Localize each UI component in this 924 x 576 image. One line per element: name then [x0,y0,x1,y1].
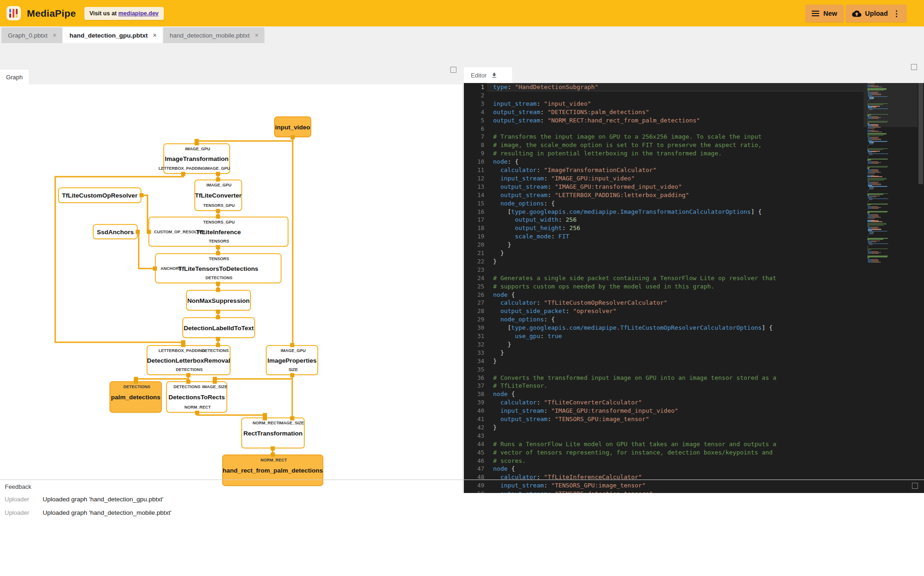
graph-node-DetectionsToRects[interactable]: DETECTIONSIMAGE_SIZENORM_RECTDetectionsT… [166,381,227,413]
graph-node-ImageTransformation[interactable]: IMAGE_GPULETTERBOX_PADDINGIMAGE_GPUImage… [163,143,230,174]
port-label-image_gpu: IMAGE_GPU [185,147,210,151]
code-token: : [544,407,552,414]
scrollbar-thumb[interactable] [918,83,923,184]
code-token: : [551,233,558,240]
node-title: SsdAnchors [97,228,134,235]
minimap-seg [873,152,876,152]
graph-node-input_video[interactable]: input_video [274,116,311,137]
minimap-line [868,111,868,112]
line-number: 45 [464,448,484,457]
graph-node-hand_rect_from_palm_detections[interactable]: NORM_RECThand_rect_from_palm_detections [222,454,323,486]
minimap-line [867,256,887,257]
minimap-line [868,191,868,191]
line-number: 35 [464,365,484,374]
tab-editor[interactable]: Editor [464,67,512,83]
file-tab-Graph_0.pbtxt[interactable]: Graph_0.pbtxt× [1,27,62,43]
code-line: # scores. [493,457,526,465]
minimap-seg [868,111,868,112]
download-icon[interactable] [491,72,498,79]
minimap-line [867,221,882,222]
graph-node-DetectionLetterboxRemoval[interactable]: LETTERBOX_PADDINGDETECTIONSDETECTIONSDet… [147,345,231,375]
graph-node-TfLiteTensorsToDetections[interactable]: TENSORSDETECTIONSANCHORSTfLiteTensorsToD… [155,253,282,283]
graph-node-RectTransformation[interactable]: NORM_RECTIMAGE_SIZERectTransformation [241,417,305,448]
minimap-line [867,119,868,120]
minimap-seg [867,164,868,165]
code-token: calculator [500,299,537,306]
minimap-line [867,122,887,122]
code-token: TfLiteCustomOpResolverCalculatorOptions [620,324,762,331]
minimap-seg [867,194,883,194]
minimap-seg [872,185,882,185]
code-editor[interactable]: 1234567891011121314151617181920212223242… [464,83,924,504]
code-line: # Generates a single side packet contain… [493,274,776,282]
upload-button[interactable]: Upload ⋮ [846,5,907,22]
minimap-line [868,246,868,247]
line-number: 49 [464,481,484,490]
minimap-line [868,245,869,246]
minimap[interactable] [864,83,918,504]
editor-scrollbar[interactable] [918,83,924,504]
graph-node-ImageProperties[interactable]: IMAGE_GPUSIZEImageProperties [266,345,318,375]
tab-graph[interactable]: Graph [0,70,29,84]
file-tab-hand_detection_mobile.pbtxt[interactable]: hand_detection_mobile.pbtxt× [163,27,264,43]
code-token: ImageTransformationCalculatorOptions [620,208,751,215]
minimap-seg [872,253,879,254]
code-token: } [493,358,497,365]
line-number: 18 [464,224,484,232]
graph-node-TfLiteConverter[interactable]: IMAGE_GPUTENSORS_GPUTfLiteConverter [194,179,242,211]
line-number: 28 [464,307,484,315]
minimap-line [867,209,868,210]
code-token: # resulting in potential letterboxing in… [493,150,722,157]
minimap-line [867,254,868,255]
minimap-seg [867,237,868,237]
expand-graph-icon[interactable] [450,67,456,73]
minimap-seg [873,197,876,197]
code-token: "IMAGE_GPU:input_video" [551,175,635,182]
minimap-seg [877,141,886,141]
more-options-icon[interactable]: ⋮ [892,10,900,18]
app-title: MediaPipe [27,8,76,19]
code-token: node [493,291,507,298]
node-title: palm_detections [111,394,160,401]
close-tab-icon[interactable]: × [53,32,57,39]
graph-node-DetectionLabelIdToText[interactable]: DetectionLabelIdToText [182,317,255,338]
code-line: output_side_packet: "opresolver" [493,307,616,315]
node-title: TfLiteTensorsToDetections [178,265,258,272]
mediapipe-dev-link[interactable]: mediapipe.dev [118,10,159,17]
graph-node-palm_detections[interactable]: DETECTIONSpalm_detections [109,381,162,413]
code-line: } [493,423,497,432]
expand-editor-icon[interactable] [911,64,917,70]
minimap-seg [873,141,877,141]
close-tab-icon[interactable]: × [153,32,157,39]
code-line: input_stream: "IMAGE_GPU:transformed_inp… [493,407,678,415]
line-number: 48 [464,473,484,481]
graph-node-TfLiteCustomOpResolver[interactable]: TfLiteCustomOpResolver [58,187,141,203]
code-token: . [616,324,620,331]
graph-node-SsdAnchors[interactable]: SsdAnchors [93,224,138,239]
new-button[interactable]: New [805,5,844,22]
tab-feedback[interactable]: Feedback [1,480,35,493]
file-tab-hand_detection_gpu.pbtxt[interactable]: hand_detection_gpu.pbtxt× [63,27,162,43]
code-token: : [562,224,570,231]
line-number: 3 [464,100,484,108]
code-token: type [511,324,526,331]
line-number: 10 [464,158,484,166]
graph-canvas[interactable]: input_videoIMAGE_GPULETTERBOX_PADDINGIMA… [0,84,462,506]
port-label-norm_rect: NORM_RECT [260,458,287,462]
expand-feedback-icon[interactable] [912,483,918,489]
minimap-line [868,146,868,146]
minimap-seg [887,96,888,97]
minimap-seg [873,109,877,109]
close-tab-icon[interactable]: × [255,32,258,39]
port-label-tensors_gpu: TENSORS_GPU [203,203,235,208]
line-number: 27 [464,299,484,307]
minimap-seg [877,109,887,109]
code-line: # supports custom ops needed by the mode… [493,282,714,291]
graph-node-NonMaxSuppression[interactable]: NonMaxSuppression [186,290,251,311]
minimap-seg [887,141,888,141]
code-token: calculator [500,399,537,406]
node-title: DetectionLabelIdToText [184,324,254,331]
code-line: scale_mode: FIT [493,232,569,241]
graph-node-TfLiteInference[interactable]: TENSORS_GPUTENSORSCUSTOM_OP_RESOLVERTfLi… [148,217,289,247]
line-number: 7 [464,133,484,141]
